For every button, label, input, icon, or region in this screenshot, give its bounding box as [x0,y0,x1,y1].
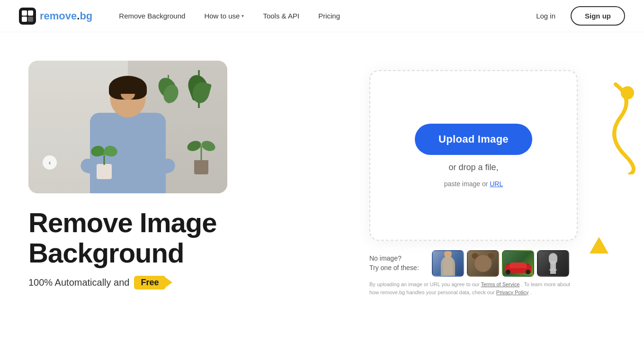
hero-left: ‹ Remove Image Background 100% Automatic… [0,32,322,362]
svg-rect-1 [22,10,27,16]
terms-text: By uploading an image or URL you agree t… [369,281,578,296]
sample-images [432,250,569,277]
deco-triangle [590,237,608,258]
sample-thumb-mic[interactable] [537,250,569,277]
navbar: remove.bg Remove Background How to use ▾… [0,0,644,32]
signup-button[interactable]: Sign up [571,6,625,26]
hero-subtitle: 100% Automatically and Free [28,276,298,290]
svg-point-5 [621,86,634,100]
chevron-down-icon: ▾ [242,13,244,18]
hero-right: Upload Image or drop a file, paste image… [322,32,644,362]
upload-image-button[interactable]: Upload Image [415,124,532,155]
deco-squiggle [578,80,639,176]
nav-tools-api[interactable]: Tools & API [255,8,307,24]
sample-thumb-athlete[interactable] [432,250,464,277]
svg-rect-4 [28,17,33,22]
paste-text: paste image or URL [444,180,503,188]
privacy-policy-link[interactable]: Privacy Policy [496,290,528,295]
terms-of-service-link[interactable]: Terms of Service [481,281,519,287]
no-image-text: No image? Try one of these: [369,254,426,272]
hero-image: ‹ [28,61,227,193]
free-badge: Free [134,276,165,290]
nav-right: Log in Sign up [528,6,625,26]
sample-section: No image? Try one of these: [369,250,578,277]
nav-links: Remove Background How to use ▾ Tools & A… [111,8,528,24]
url-link[interactable]: URL [490,180,503,188]
svg-rect-2 [28,10,33,16]
hero-nav-arrow[interactable]: ‹ [43,155,57,170]
logo-text: remove.bg [40,10,92,22]
drop-text: or drop a file, [448,163,498,172]
svg-marker-6 [590,237,608,253]
svg-rect-3 [22,17,27,22]
sample-thumb-bear[interactable] [467,250,499,277]
nav-pricing[interactable]: Pricing [311,8,348,24]
nav-how-to-use[interactable]: How to use ▾ [197,8,251,24]
main-content: ‹ Remove Image Background 100% Automatic… [0,32,644,362]
logo[interactable]: remove.bg [19,8,92,25]
sample-thumb-car[interactable] [502,250,534,277]
login-button[interactable]: Log in [528,8,563,24]
upload-card: Upload Image or drop a file, paste image… [369,70,578,241]
nav-remove-background[interactable]: Remove Background [111,8,193,24]
svg-rect-0 [19,8,36,25]
hero-title: Remove Image Background [28,208,298,268]
